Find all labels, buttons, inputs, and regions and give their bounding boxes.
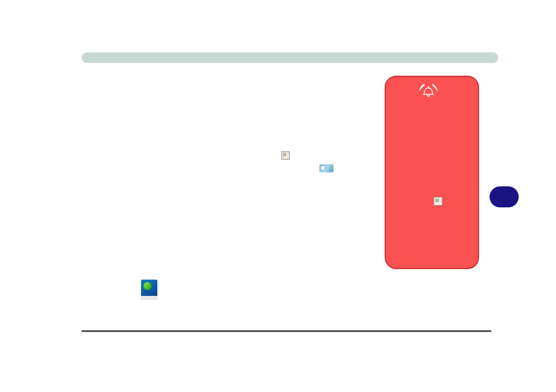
- document-thumb-icon[interactable]: [281, 151, 290, 160]
- alert-panel: [385, 76, 479, 269]
- top-bar: [82, 52, 498, 63]
- panel-document-thumb-icon: [434, 197, 442, 206]
- section-divider: [82, 330, 491, 332]
- primary-action-button[interactable]: [490, 186, 519, 207]
- alarm-bell-icon: [418, 84, 438, 99]
- product-box-icon[interactable]: [141, 280, 157, 300]
- product-blue-icon[interactable]: [319, 164, 333, 172]
